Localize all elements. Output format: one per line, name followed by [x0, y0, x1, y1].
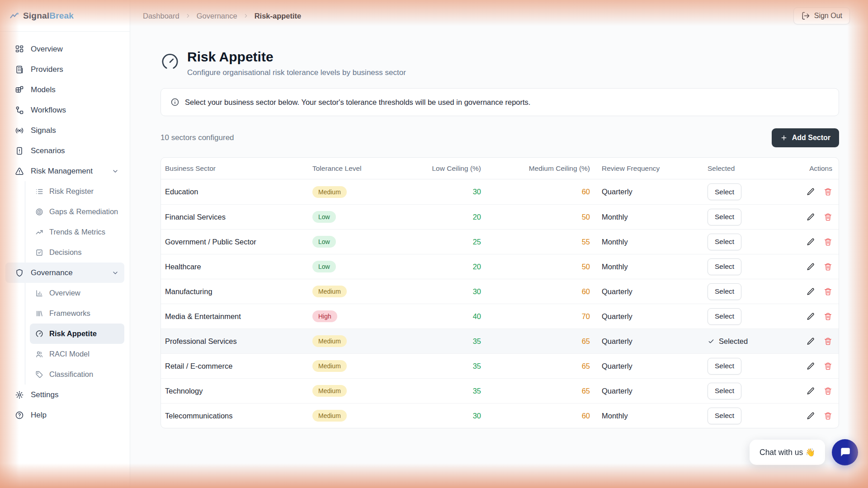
pencil-icon [807, 362, 815, 371]
sidebar-item-workflows[interactable]: Workflows [5, 100, 124, 120]
delete-button[interactable] [824, 213, 832, 221]
sidebar-item-governance-overview[interactable]: Overview [30, 283, 124, 303]
table-row: Healthcare Low 20 50 Monthly Select Sele… [161, 254, 839, 279]
help-circle-icon [15, 411, 24, 420]
select-button[interactable]: Select [708, 408, 741, 424]
column-header-selected: Selected [703, 164, 787, 173]
workflow-icon [15, 106, 24, 115]
trash-icon [824, 188, 832, 196]
sector-cell: Telecommunications [161, 412, 312, 420]
checkbox-icon [35, 249, 43, 257]
chevron-right-icon [243, 13, 249, 19]
medium-ceiling-cell: 65 [486, 337, 593, 346]
low-ceiling-cell: 40 [398, 312, 486, 321]
sidebar-item-risk-appetite[interactable]: Risk Appetite [30, 324, 124, 344]
select-button[interactable]: Select [708, 234, 741, 250]
trend-up-icon [35, 228, 43, 236]
select-button[interactable]: Select [708, 383, 741, 399]
info-icon [170, 98, 179, 107]
delete-button[interactable] [824, 238, 832, 246]
trash-icon [824, 362, 832, 371]
sector-cell: Education [161, 188, 312, 196]
gear-icon [15, 390, 24, 399]
sidebar-item-help[interactable]: Help [5, 405, 124, 425]
delete-button[interactable] [824, 263, 832, 271]
building-icon [15, 65, 24, 74]
table-row: Telecommunications Medium 30 60 Monthly … [161, 403, 839, 428]
sidebar-item-overview[interactable]: Overview [5, 39, 124, 59]
table-row: Manufacturing Medium 30 60 Quarterly Sel… [161, 279, 839, 304]
sidebar-item-label: Help [31, 411, 47, 420]
delete-button[interactable] [824, 188, 832, 196]
chat-with-us-button[interactable]: Chat with us 👋 [750, 440, 825, 465]
delete-button[interactable] [824, 337, 832, 346]
chat-widget: Chat with us 👋 [750, 439, 858, 465]
page-title: Risk Appetite [187, 49, 406, 65]
sector-cell: Government / Public Sector [161, 238, 312, 246]
selected-label: Selected [719, 337, 748, 346]
sidebar-item-settings[interactable]: Settings [5, 385, 124, 405]
sidebar-item-label: Frameworks [49, 309, 90, 318]
sidebar-item-models[interactable]: Models [5, 80, 124, 100]
frequency-cell: Quarterly [593, 387, 703, 395]
edit-button[interactable] [807, 412, 815, 420]
delete-button[interactable] [824, 287, 832, 296]
sidebar-item-signals[interactable]: Signals [5, 120, 124, 141]
frequency-cell: Monthly [593, 412, 703, 420]
delete-button[interactable] [824, 412, 832, 420]
sidebar-item-raci-model[interactable]: RACI Model [30, 344, 124, 364]
sidebar-item-frameworks[interactable]: Frameworks [30, 303, 124, 324]
edit-button[interactable] [807, 263, 815, 271]
edit-button[interactable] [807, 337, 815, 346]
edit-button[interactable] [807, 312, 815, 321]
governance-subnav: Overview Frameworks Risk Appetite RACI M… [25, 283, 124, 385]
sidebar-item-risk-management[interactable]: Risk Management [5, 161, 124, 181]
logout-icon [801, 11, 810, 20]
breadcrumb-dashboard[interactable]: Dashboard [143, 12, 179, 20]
delete-button[interactable] [824, 362, 832, 371]
edit-button[interactable] [807, 188, 815, 196]
main-area: Dashboard Governance Risk-appetite Sign … [130, 0, 868, 488]
select-button[interactable]: Select [708, 183, 741, 200]
sidebar-nav: Overview Providers Models Workflows Sign… [0, 32, 130, 425]
pencil-icon [807, 287, 815, 296]
add-sector-button[interactable]: Add Sector [772, 128, 839, 147]
tolerance-badge: Medium [312, 410, 347, 422]
brand-name: SignalBreak [23, 11, 74, 21]
edit-button[interactable] [807, 213, 815, 221]
trash-icon [824, 238, 832, 246]
edit-button[interactable] [807, 387, 815, 395]
sign-out-button[interactable]: Sign Out [793, 7, 850, 24]
select-button[interactable]: Select [708, 258, 741, 275]
sidebar-item-risk-register[interactable]: Risk Register [30, 181, 124, 202]
edit-button[interactable] [807, 362, 815, 371]
select-button[interactable]: Select [708, 283, 741, 300]
breadcrumb-governance[interactable]: Governance [197, 12, 237, 20]
delete-button[interactable] [824, 312, 832, 321]
select-button[interactable]: Select [708, 308, 741, 325]
breadcrumb-current-page: Risk-appetite [255, 12, 302, 20]
sidebar-item-decisions[interactable]: Decisions [30, 242, 124, 263]
gauge-icon [160, 52, 179, 71]
sidebar-item-providers[interactable]: Providers [5, 59, 124, 80]
boxes-icon [15, 85, 24, 94]
list-icon [35, 188, 43, 196]
select-button[interactable]: Select [708, 358, 741, 375]
edit-button[interactable] [807, 287, 815, 296]
medium-ceiling-cell: 60 [486, 412, 593, 420]
sidebar-item-trends-metrics[interactable]: Trends & Metrics [30, 222, 124, 242]
sidebar-item-governance[interactable]: Governance [5, 263, 124, 283]
sidebar-item-classification[interactable]: Classification [30, 364, 124, 385]
grid-icon [15, 45, 24, 54]
sector-cell: Professional Services [161, 337, 312, 346]
chat-bubble-button[interactable] [832, 439, 858, 465]
edit-button[interactable] [807, 238, 815, 246]
trash-icon [824, 337, 832, 346]
sidebar-item-gaps-remediation[interactable]: Gaps & Remediation [30, 202, 124, 222]
delete-button[interactable] [824, 387, 832, 395]
file-alert-icon [15, 146, 24, 155]
select-button[interactable]: Select [708, 209, 741, 225]
column-header-tolerance-level: Tolerance Level [312, 164, 398, 173]
frequency-cell: Quarterly [593, 312, 703, 321]
sidebar-item-scenarios[interactable]: Scenarios [5, 141, 124, 161]
